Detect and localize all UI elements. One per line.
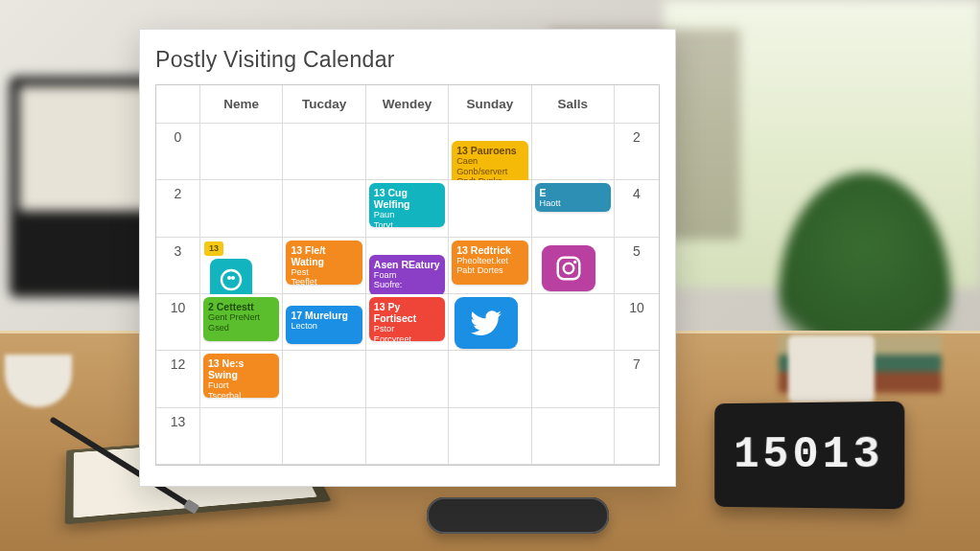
calendar-cell[interactable]: 13 Pauroens Caen Gonb/servert Ondt Pypks	[449, 124, 531, 180]
calendar-title: Postly Visiting Calendar	[155, 47, 660, 73]
row-number: 5	[615, 238, 659, 294]
calendar-grid: Neme Tucday Wendey Sunday Salls 0 13 Pau…	[155, 84, 660, 466]
calendar-cell[interactable]	[200, 124, 283, 180]
calendar-cell[interactable]	[532, 408, 615, 465]
svg-point-4	[563, 264, 573, 274]
svg-point-1	[227, 276, 231, 280]
calendar-cell[interactable]	[200, 408, 283, 465]
date-badge: 13	[204, 241, 223, 256]
calendar-cell[interactable]	[449, 408, 531, 465]
col-header[interactable]: Neme	[200, 85, 283, 124]
time-label: 10	[156, 294, 200, 351]
event-card[interactable]: 13 Ne:s Swing Fuort Tscerbal	[203, 354, 279, 398]
info-circle-icon	[220, 268, 243, 291]
calendar-cell[interactable]: 17 Murelurg Lecton	[283, 294, 365, 351]
svg-point-2	[231, 276, 235, 280]
twitter-icon	[468, 305, 504, 341]
calendar-cell[interactable]: 13 Py Fortisect Pstor Eorcyreet	[366, 294, 449, 351]
calendar-cell[interactable]	[532, 294, 615, 351]
event-card[interactable]: 13 Py Fortisect Pstor Eorcyreet	[369, 297, 445, 341]
calendar-cell[interactable]	[532, 238, 615, 294]
calendar-cell[interactable]: 13 Cug Welfing Paun Toryt	[366, 180, 449, 237]
header-blank-left	[156, 85, 200, 124]
col-header[interactable]: Salls	[532, 85, 615, 124]
event-card[interactable]: E Haott	[535, 183, 611, 212]
calendar-panel: Postly Visiting Calendar Neme Tucday Wen…	[139, 29, 676, 487]
time-label: 2	[156, 180, 200, 237]
col-header[interactable]: Tucday	[283, 85, 365, 124]
calendar-cell[interactable]: E Haott	[532, 180, 615, 237]
row-number: 7	[615, 351, 659, 407]
calendar-cell[interactable]	[366, 408, 449, 465]
time-label: 3	[156, 238, 200, 294]
calendar-cell[interactable]	[366, 351, 449, 407]
svg-point-0	[222, 270, 241, 289]
calendar-cell[interactable]: 13 Ne:s Swing Fuort Tscerbal	[200, 351, 283, 407]
digital-clock: 15013	[714, 402, 904, 510]
row-number	[615, 408, 659, 465]
calendar-cell[interactable]	[200, 180, 283, 237]
clock-time: 15013	[734, 430, 884, 481]
calendar-cell[interactable]	[449, 180, 531, 237]
event-card[interactable]: 17 Murelurg Lecton	[286, 306, 362, 344]
plant-pot	[788, 335, 875, 402]
calendar-cell[interactable]	[283, 180, 365, 237]
svg-rect-3	[557, 258, 579, 280]
smartphone	[427, 497, 609, 534]
calendar-cell[interactable]: 13 Fle/t Wating Pest Teeflet	[283, 238, 365, 294]
event-card[interactable]: 13 Fle/t Wating Pest Teeflet	[286, 241, 362, 285]
instagram-icon	[554, 254, 583, 283]
calendar-cell[interactable]	[532, 124, 615, 180]
time-label: 12	[156, 351, 200, 407]
event-icon-tile[interactable]	[455, 297, 518, 349]
row-number: 4	[615, 180, 659, 237]
time-label: 13	[156, 408, 200, 465]
calendar-cell[interactable]: 13	[200, 238, 283, 294]
time-label: 0	[156, 124, 200, 180]
calendar-cell[interactable]	[366, 124, 449, 180]
header-blank-right	[615, 85, 659, 124]
calendar-cell[interactable]	[532, 351, 615, 407]
calendar-cell[interactable]	[283, 408, 365, 465]
svg-point-5	[572, 261, 576, 264]
calendar-cell[interactable]	[449, 351, 531, 407]
row-number: 10	[615, 294, 659, 351]
event-icon-tile[interactable]	[542, 245, 595, 291]
calendar-cell[interactable]	[283, 124, 365, 180]
calendar-cell[interactable]	[283, 351, 365, 407]
event-card[interactable]: 13 Redtrick Pheolteet.ket Pabt Dortes	[452, 241, 527, 285]
calendar-cell[interactable]	[449, 294, 531, 351]
event-card[interactable]: Asen REatury Foam Suofre:	[369, 255, 445, 295]
col-header[interactable]: Wendey	[366, 85, 449, 124]
row-number: 2	[615, 124, 659, 180]
calendar-cell[interactable]: 2 Cettestt Gent PreNert Gsed	[200, 294, 283, 351]
event-card[interactable]: 2 Cettestt Gent PreNert Gsed	[203, 297, 279, 341]
event-card[interactable]: 13 Cug Welfing Paun Toryt	[369, 183, 445, 227]
calendar-cell[interactable]: 13 Redtrick Pheolteet.ket Pabt Dortes	[449, 238, 531, 294]
calendar-cell[interactable]: Asen REatury Foam Suofre:	[366, 238, 449, 294]
col-header[interactable]: Sunday	[449, 85, 531, 124]
